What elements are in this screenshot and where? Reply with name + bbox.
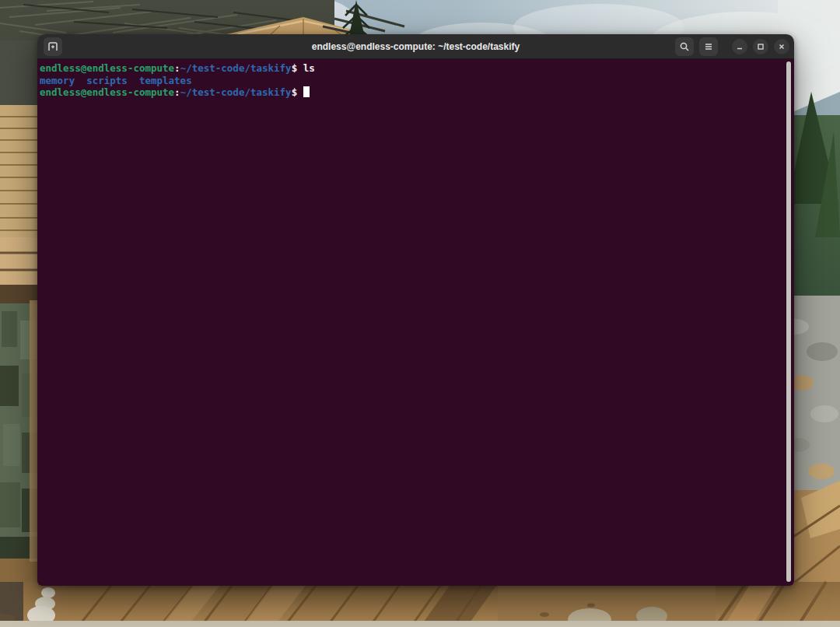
close-button[interactable] [774,39,789,54]
desktop: endless@endless-compute: ~/test-code/tas… [0,0,840,627]
terminal-line-output: memoryscriptstemplates [40,75,783,87]
menu-button[interactable] [699,37,718,56]
new-tab-button[interactable] [44,37,62,56]
terminal-cursor [303,86,310,97]
wallpaper-bottom-planks [0,582,840,627]
prompt-symbol: $ [292,62,298,74]
dir-entry: scripts [86,75,128,86]
prompt-user: endless@endless-compute [40,86,174,98]
search-button[interactable] [675,37,694,56]
maximize-button[interactable] [753,39,768,54]
terminal-window: endless@endless-compute: ~/test-code/tas… [37,34,794,586]
titlebar[interactable]: endless@endless-compute: ~/test-code/tas… [37,34,794,59]
prompt-path: ~/test-code/taskify [180,86,292,98]
prompt-user: endless@endless-compute [40,62,174,74]
close-icon [777,42,786,51]
minimize-button[interactable] [732,39,747,54]
prompt-separator: : [174,62,180,74]
terminal-line-prompt-1: endless@endless-compute:~/test-code/task… [40,62,783,75]
dir-entry: memory [40,75,75,86]
prompt-symbol: $ [292,86,298,98]
titlebar-controls [675,37,789,56]
terminal-line-prompt-2: endless@endless-compute:~/test-code/task… [40,86,783,99]
new-tab-icon [47,41,58,52]
maximize-icon [756,42,765,51]
dir-entry: templates [139,75,192,86]
terminal-screen[interactable]: endless@endless-compute:~/test-code/task… [37,59,794,586]
typed-command: ls [303,62,315,74]
wallpaper-left-structure [0,0,40,627]
search-icon [679,41,690,52]
minimize-icon [735,42,744,51]
terminal-scrollbar[interactable] [786,61,791,582]
menu-icon [703,41,714,52]
prompt-separator: : [174,86,180,98]
prompt-path: ~/test-code/taskify [180,62,292,74]
